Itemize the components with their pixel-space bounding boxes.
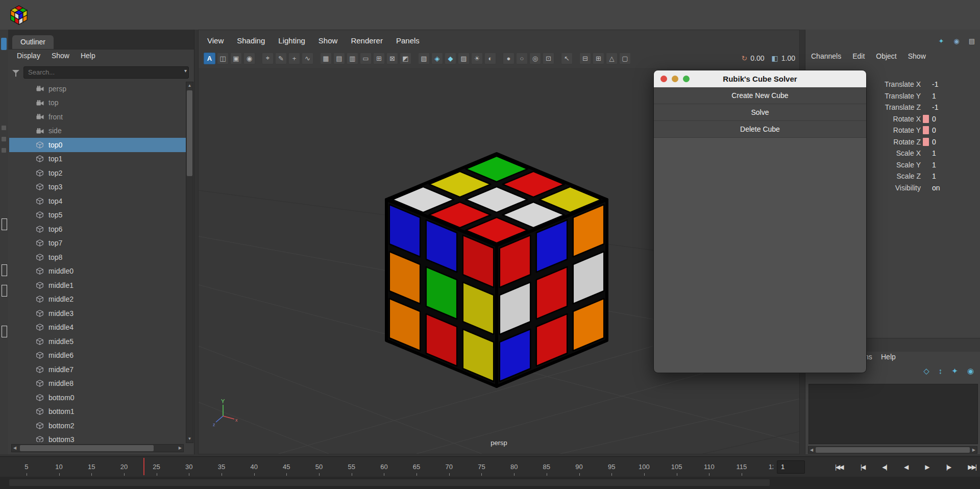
layer-button-icon[interactable]: ◇ [923,366,929,376]
viewport-toolbar-icon[interactable]: ◐ [484,53,496,64]
outliner-item[interactable]: top2 [9,166,186,180]
layer-button-icon[interactable]: ◉ [967,366,974,376]
outliner-item[interactable]: top [9,96,186,110]
layout-four-pane-icon[interactable] [2,326,7,337]
playback-button-icon[interactable]: |◀◀ [835,463,843,471]
viewport-toolbar-icon[interactable]: ⊞ [593,53,604,64]
outliner-item[interactable]: top1 [9,152,186,166]
workspace-toggle-icon[interactable]: ◉ [951,36,962,46]
viewport-toolbar-icon[interactable]: ∿ [302,53,313,64]
timeline-tick[interactable]: 80 [498,457,530,477]
active-tool-icon[interactable] [1,38,7,50]
viewport-toolbar-icon[interactable]: ▧ [418,53,430,64]
viewport-menu-item[interactable]: View [201,36,230,45]
viewport-toolbar-icon[interactable]: ⊞ [373,53,385,64]
outliner-tab[interactable]: Outliner [12,35,54,49]
outliner-menu-item[interactable]: Help [75,51,101,62]
layer-menu-help[interactable]: Help [881,353,896,361]
outliner-menu-item[interactable]: Show [46,51,75,62]
outliner-vertical-scrollbar[interactable]: ▲ ▼ [186,82,193,443]
viewport-toolbar-icon[interactable]: ↖ [561,53,573,64]
playback-button-icon[interactable]: ▶▶| [968,463,976,471]
channel-value[interactable]: 1 [932,161,954,169]
timeline-tick[interactable]: 20 [108,457,140,477]
timeline-tick[interactable]: 105 [660,457,693,477]
viewport-toolbar-icon[interactable]: ⊠ [386,53,398,64]
outliner-item[interactable]: top8 [9,250,186,264]
viewport-menu-item[interactable]: Renderer [344,36,389,45]
timeline-tick[interactable]: 50 [303,457,335,477]
outliner-horizontal-scrollbar[interactable]: ◀ ▶ [11,444,184,452]
viewport-toolbar-icon[interactable]: ▦ [320,53,332,64]
viewport-menu-item[interactable]: Shading [230,36,272,45]
layer-list-area[interactable] [808,384,978,444]
search-dropdown-icon[interactable]: ▾ [184,68,187,74]
tool-icon[interactable] [2,126,6,130]
tool-icon[interactable] [2,137,6,141]
outliner-item[interactable]: top0 [9,138,186,152]
outliner-item[interactable]: middle8 [9,377,186,391]
range-slider-bar[interactable] [9,479,770,486]
scroll-left-icon[interactable]: ◀ [13,445,16,451]
playback-button-icon[interactable]: |▶ [946,463,950,471]
timeline-tick[interactable]: 90 [563,457,596,477]
layer-button-icon[interactable]: ✦ [951,366,958,376]
workspace-toggle-icon[interactable]: ▤ [967,36,977,46]
viewport-toolbar-icon[interactable]: ▢ [619,53,631,64]
outliner-item[interactable]: top5 [9,208,186,223]
timeline-tick[interactable]: 25 [140,457,173,477]
outliner-item[interactable]: middle7 [9,362,186,377]
viewport-toolbar-icon[interactable]: ○ [516,53,528,64]
viewport-menu-item[interactable]: Show [312,36,345,45]
layout-three-pane-icon[interactable] [2,285,7,297]
outliner-item[interactable]: middle6 [9,349,186,363]
viewport-toolbar-icon[interactable] [574,53,578,64]
outliner-item[interactable]: middle4 [9,321,186,335]
outliner-item[interactable]: bottom0 [9,390,186,405]
channel-value[interactable]: 0 [932,138,954,146]
viewport-toolbar-icon[interactable]: ▤ [333,53,345,64]
outliner-item[interactable]: top6 [9,222,186,236]
channel-value[interactable]: 0 [932,115,954,123]
timeline-tick[interactable]: 55 [335,457,368,477]
viewport-menu-item[interactable]: Panels [389,36,426,45]
viewport-toolbar-icon[interactable]: ◎ [529,53,541,64]
channel-box-menu-item[interactable]: Object [870,52,902,60]
viewport-toolbar-icon[interactable] [257,53,260,64]
dialog-title-bar[interactable]: Rubik's Cube Solver [654,70,866,87]
viewport-toolbar-icon[interactable]: A [204,53,215,64]
timeline-tick[interactable]: 115 [725,457,758,477]
scroll-up-icon[interactable]: ▲ [186,83,193,89]
playback-button-icon[interactable]: ◀| [882,463,886,471]
zoom-window-icon[interactable] [683,76,690,82]
viewport-toolbar-icon[interactable]: ⊟ [579,53,591,64]
viewport-toolbar-icon[interactable]: ✎ [275,53,287,64]
outliner-item[interactable]: middle2 [9,292,186,307]
scroll-down-icon[interactable]: ▼ [186,436,193,442]
timeline-tick[interactable]: 10 [43,457,76,477]
playback-button-icon[interactable]: ▶ [925,463,928,471]
channel-value[interactable]: 1 [932,149,954,157]
viewport-numeric-field[interactable]: ◧ 1.00 [772,54,795,62]
channel-value[interactable]: -1 [932,80,954,88]
search-input[interactable] [23,66,189,79]
viewport-toolbar-icon[interactable]: ◉ [243,53,255,64]
dialog-button[interactable]: Create New Cube [654,87,866,104]
scrollbar-thumb[interactable] [20,445,154,451]
layer-button-icon[interactable]: ↕ [939,366,943,376]
timeline-tick[interactable]: 35 [205,457,238,477]
viewport-toolbar-icon[interactable]: ▭ [360,53,372,64]
outliner-item[interactable]: top4 [9,194,186,208]
workspace-toggle-icon[interactable]: ✦ [936,36,946,46]
channel-box-menu-item[interactable]: Channels [805,52,847,60]
viewport-toolbar-icon[interactable]: ◫ [217,53,229,64]
scroll-right-icon[interactable]: ▶ [972,447,975,453]
viewport-toolbar-icon[interactable]: ● [503,53,514,64]
playback-button-icon[interactable]: |◀ [861,463,865,471]
outliner-item[interactable]: top3 [9,180,186,194]
filter-icon[interactable] [12,69,20,77]
timeline-tick[interactable]: 85 [530,457,563,477]
timeline-tick[interactable]: 60 [368,457,401,477]
outliner-item[interactable]: bottom3 [9,433,186,443]
tool-icon[interactable] [2,148,6,153]
